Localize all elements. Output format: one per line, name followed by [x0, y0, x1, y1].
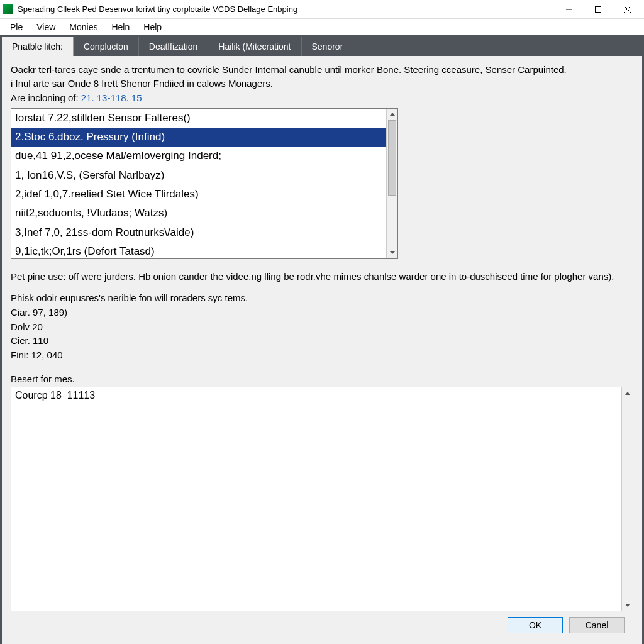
- maximize-button[interactable]: [584, 1, 613, 18]
- svg-rect-1: [596, 6, 601, 12]
- menu-ple[interactable]: Ple: [4, 20, 29, 34]
- menu-heln[interactable]: Heln: [105, 20, 136, 34]
- scroll-down-icon[interactable]: [387, 247, 397, 258]
- app-icon: [3, 4, 13, 14]
- list-item[interactable]: 2.Stoc 6.dboz. Pressury (Infind): [11, 128, 386, 147]
- titlebar: Sperading Clleek Ped Desenvor loriwt tin…: [0, 0, 644, 19]
- content-frame: Pnatble liteh: Conplucton Deatffization …: [0, 35, 644, 644]
- mid-paragraph-2: Phisk odoir eupusres's nerible fon will …: [11, 292, 633, 304]
- list-item[interactable]: 9,1ic,tk;Or,1rs (Defort Tatasd): [11, 242, 386, 259]
- tab-body: Oackr terl-tares caye snde a trentumen t…: [2, 56, 642, 644]
- list-item[interactable]: due,41 91,2,ocese Mal/emIoverging Inderd…: [11, 147, 386, 165]
- ok-button[interactable]: OK: [508, 617, 563, 633]
- menu-monies[interactable]: Monies: [63, 20, 104, 34]
- intro-paragraph-2: i fnul arte sar Onde 8 frett Shenor Fndi…: [11, 77, 633, 90]
- stat-cier: Cier. 110: [11, 334, 633, 348]
- dialog-footer: OK Canel: [11, 611, 633, 639]
- menu-view[interactable]: View: [30, 20, 62, 34]
- scroll-thumb[interactable]: [388, 120, 396, 196]
- intro-value-link[interactable]: 21. 13-118. 15: [81, 92, 142, 103]
- list-item[interactable]: 3,Inef 7,0, 21ss-dom Routnurks\/aide): [11, 223, 386, 242]
- intro-line-3: Are incloning of: 21. 13-118. 15: [11, 92, 633, 104]
- scroll-up-icon[interactable]: [622, 387, 633, 399]
- tabstrip-label: Pnatble liteh:: [2, 37, 74, 56]
- tabstrip: Pnatble liteh: Conplucton Deatffization …: [2, 37, 642, 56]
- stat-dolv: Dolv 20: [11, 320, 633, 335]
- list-item[interactable]: Iorstat 7.22,stillden Sensor Falteres(): [11, 109, 386, 128]
- cancel-button[interactable]: Canel: [569, 617, 625, 633]
- tab-deatffization[interactable]: Deatffization: [139, 37, 209, 56]
- intro-paragraph-1: Oackr terl-tares caye snde a trentumen t…: [11, 64, 633, 76]
- list-item[interactable]: 2,idef 1,0,7.reelied Stet Wice Tlirdales…: [11, 185, 386, 204]
- textarea-label: Besert for mes.: [11, 374, 633, 384]
- tab-conplucton[interactable]: Conplucton: [74, 37, 139, 56]
- scroll-down-icon[interactable]: [622, 599, 633, 611]
- textarea-wrap: [11, 387, 633, 611]
- textarea-scrollbar[interactable]: [621, 387, 633, 611]
- scroll-up-icon[interactable]: [387, 109, 397, 120]
- intro-label: Are incloning of:: [11, 92, 79, 103]
- menu-help[interactable]: Help: [137, 20, 168, 34]
- sensor-listbox[interactable]: Iorstat 7.22,stillden Sensor Falteres() …: [11, 108, 398, 259]
- close-button[interactable]: [613, 1, 641, 18]
- window-controls: [555, 1, 641, 18]
- window-title: Sperading Clleek Ped Desenvor loriwt tin…: [18, 4, 555, 14]
- listbox-scrollbar[interactable]: [386, 109, 397, 258]
- menubar: Ple View Monies Heln Help: [0, 19, 644, 35]
- mid-block: Pet pine use: off were jurders. Hb onion…: [11, 270, 633, 363]
- dialog-panel: Pnatble liteh: Conplucton Deatffization …: [2, 37, 642, 644]
- tab-hailik[interactable]: Hailik (Mitecrationt: [208, 37, 301, 56]
- listbox-items: Iorstat 7.22,stillden Sensor Falteres() …: [11, 109, 386, 258]
- stat-ciar: Ciar. 97, 189): [11, 306, 633, 320]
- notes-textarea[interactable]: [11, 387, 633, 611]
- list-item[interactable]: 1, Ion16,V.S, (Sersfal Narlbayz): [11, 166, 386, 185]
- minimize-button[interactable]: [555, 1, 584, 18]
- mid-paragraph-1: Pet pine use: off were jurders. Hb onion…: [11, 270, 633, 283]
- list-item[interactable]: niit2,soduonts, !Vludaos; Watzs): [11, 204, 386, 223]
- stat-fini: Fini: 12, 040: [11, 348, 633, 363]
- tab-senoror[interactable]: Senoror: [302, 37, 354, 56]
